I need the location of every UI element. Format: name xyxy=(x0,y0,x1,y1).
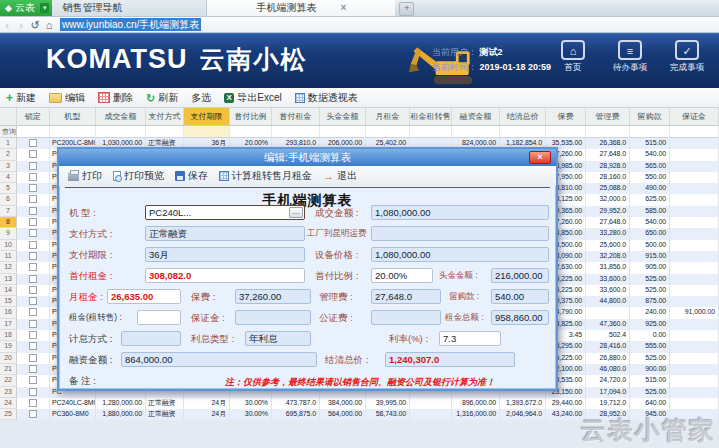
row-number[interactable]: 5 xyxy=(0,183,17,194)
filter-cell[interactable] xyxy=(184,126,230,138)
export-excel-button[interactable]: X 导出Excel xyxy=(224,91,281,105)
deal-amount-field[interactable]: 1,080,000.00 xyxy=(371,205,549,220)
column-header[interactable]: 成交金额 xyxy=(96,108,146,126)
rate-field[interactable]: 7.3 xyxy=(439,331,501,346)
row-number[interactable]: 18 xyxy=(0,330,17,341)
exit-button[interactable]: → 退出 xyxy=(320,169,360,183)
dialog-close-button[interactable]: × xyxy=(529,151,551,164)
lock-checkbox[interactable] xyxy=(29,139,37,147)
filter-cell[interactable] xyxy=(410,126,452,138)
lock-checkbox[interactable] xyxy=(29,263,37,271)
price-field[interactable]: 1,080,000.00 xyxy=(371,247,549,262)
lock-checkbox[interactable] xyxy=(29,331,37,339)
save-button[interactable]: 保存 xyxy=(172,169,211,183)
chevron-down-icon[interactable]: ▾ xyxy=(40,3,50,13)
row-number[interactable]: 4 xyxy=(0,172,17,183)
row-number[interactable]: 1 xyxy=(0,138,17,149)
nav-done[interactable]: ✓ 完成事项 xyxy=(665,40,709,74)
settle-total-field[interactable]: 1,240,307.0 xyxy=(385,352,515,367)
filter-cell[interactable] xyxy=(272,126,320,138)
column-header[interactable]: 融资金额 xyxy=(452,108,500,126)
refresh-icon[interactable]: ↺ xyxy=(28,18,42,32)
row-number[interactable]: 9 xyxy=(0,228,17,239)
lock-checkbox[interactable] xyxy=(29,229,37,237)
lock-checkbox[interactable] xyxy=(29,376,37,384)
row-number[interactable]: 21 xyxy=(0,364,17,375)
model-field[interactable]: PC240L... … xyxy=(145,205,305,220)
print-button[interactable]: 打印 xyxy=(65,169,105,183)
lock-checkbox[interactable] xyxy=(29,410,37,418)
nav-todo[interactable]: ≡ 待办事项 xyxy=(608,40,652,74)
forward-icon[interactable]: › xyxy=(14,18,28,32)
home-icon[interactable]: ⌂ xyxy=(42,18,56,32)
notary-field[interactable] xyxy=(371,310,441,325)
column-header[interactable]: 支付期限 xyxy=(184,108,230,126)
lock-checkbox[interactable] xyxy=(29,399,37,407)
lock-checkbox[interactable] xyxy=(29,162,37,170)
row-number[interactable]: 14 xyxy=(0,285,17,296)
dialog-title-bar[interactable]: 编辑:手机端测算表 × xyxy=(59,149,556,166)
down-ratio-field[interactable]: 20.00% xyxy=(371,268,433,283)
lock-checkbox[interactable] xyxy=(29,388,37,396)
lock-checkbox[interactable] xyxy=(29,286,37,294)
column-header[interactable]: 结清总价 xyxy=(500,108,546,126)
filter-cell[interactable] xyxy=(50,126,96,138)
column-header[interactable]: 保费 xyxy=(546,108,586,126)
column-header[interactable]: 管理费 xyxy=(586,108,630,126)
interest-type-field[interactable]: 年利息 xyxy=(245,331,311,346)
column-header[interactable]: 月租金 xyxy=(366,108,410,126)
down-pay-field[interactable]: 216,000.00 xyxy=(491,268,549,283)
close-tab-icon[interactable]: × xyxy=(341,3,347,13)
tab-sales-nav[interactable]: 销售管理导航 xyxy=(52,0,207,16)
lock-checkbox[interactable] xyxy=(29,297,37,305)
pay-method-field[interactable]: 正常融资 xyxy=(145,226,305,241)
monthly-rent-field[interactable]: 26,635.00 xyxy=(107,289,181,304)
pivot-table-button[interactable]: 数据透视表 xyxy=(295,91,358,105)
print-preview-button[interactable]: 打印预览 xyxy=(110,169,167,183)
lock-checkbox[interactable] xyxy=(29,320,37,328)
column-header[interactable]: 首付比例 xyxy=(230,108,272,126)
table-row[interactable]: 24PC240LC-8M01,280,000.00正常融资24月30.00%47… xyxy=(0,398,719,409)
column-header[interactable]: 锁定 xyxy=(17,108,50,126)
new-tab-button[interactable]: + xyxy=(399,2,414,16)
column-header[interactable]: 机型 xyxy=(50,108,96,126)
filter-cell[interactable] xyxy=(320,126,366,138)
filter-cell[interactable] xyxy=(366,126,410,138)
lock-checkbox[interactable] xyxy=(29,207,37,215)
column-header[interactable]: 留购款 xyxy=(630,108,670,126)
row-number[interactable]: 24 xyxy=(0,398,17,409)
row-number[interactable]: 19 xyxy=(0,341,17,352)
multiselect-button[interactable]: 多选 xyxy=(191,91,211,105)
delete-button[interactable]: 删除 xyxy=(98,91,133,105)
row-number[interactable]: 6 xyxy=(0,194,17,205)
retain-field[interactable]: 540.00 xyxy=(491,289,549,304)
row-number[interactable]: 3 xyxy=(0,161,17,172)
interest-mode-field[interactable] xyxy=(121,331,181,346)
row-number[interactable]: 25 xyxy=(0,409,17,420)
lock-checkbox[interactable] xyxy=(29,275,37,283)
column-header[interactable]: 首付租金 xyxy=(272,108,320,126)
tab-calc-sheet[interactable]: 手机端测算表 × xyxy=(207,0,395,16)
new-button[interactable]: + 新建 xyxy=(6,91,36,105)
freight-field[interactable] xyxy=(371,226,549,241)
yunbiao-logo-button[interactable]: ◆ 云表 ▾ xyxy=(0,0,52,16)
row-number[interactable]: 13 xyxy=(0,274,17,285)
column-header[interactable]: 头金金额 xyxy=(320,108,366,126)
row-number[interactable]: 22 xyxy=(0,375,17,386)
down-rent-field[interactable]: 308,082.0 xyxy=(145,268,305,283)
row-number[interactable]: 12 xyxy=(0,262,17,273)
column-header[interactable]: 租金租转售 xyxy=(410,108,452,126)
filter-cell[interactable] xyxy=(452,126,500,138)
lock-checkbox[interactable] xyxy=(29,150,37,158)
row-number[interactable]: 20 xyxy=(0,353,17,364)
rent-total-field[interactable]: 958,860.00 xyxy=(491,310,549,325)
edit-button[interactable]: 编辑 xyxy=(49,91,85,105)
row-number[interactable]: 16 xyxy=(0,307,17,318)
row-number[interactable]: 17 xyxy=(0,319,17,330)
insurance-field[interactable]: 37,260.00 xyxy=(235,289,311,304)
filter-cell[interactable] xyxy=(500,126,546,138)
lock-checkbox[interactable] xyxy=(29,342,37,350)
column-header[interactable]: 保证金 xyxy=(670,108,719,126)
column-header[interactable] xyxy=(0,108,17,126)
term-field[interactable]: 36月 xyxy=(145,247,305,262)
